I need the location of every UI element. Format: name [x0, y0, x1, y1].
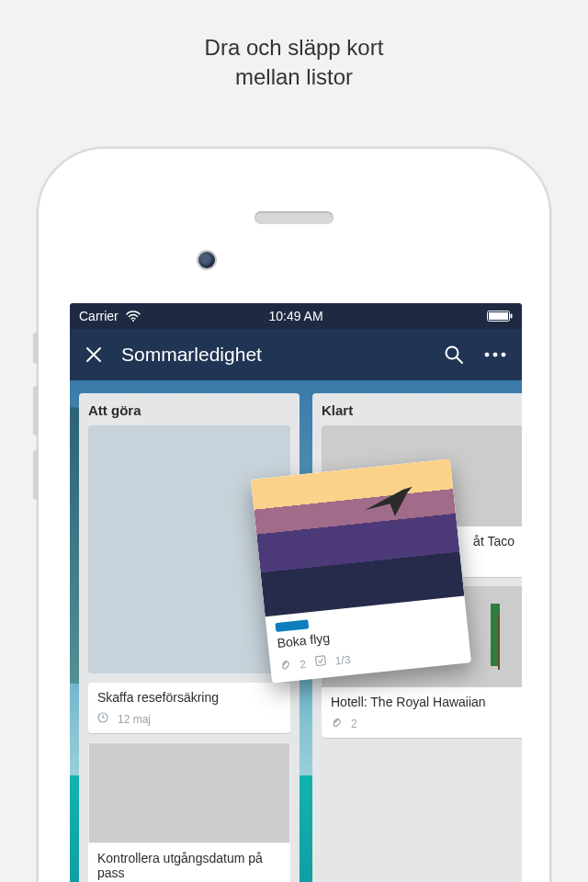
- attachment-icon: [279, 659, 292, 673]
- status-bar: Carrier 10:49 AM: [70, 303, 522, 329]
- airplane-icon: [360, 479, 419, 524]
- clock-icon: [97, 712, 108, 726]
- board-navbar: Sommarledighet: [70, 329, 522, 380]
- card-due-date: 12 maj: [118, 713, 151, 726]
- svg-rect-9: [315, 656, 325, 666]
- attachment-count: 2: [351, 718, 357, 730]
- phone-camera: [198, 252, 215, 268]
- phone-frame: Carrier 10:49 AM Sommarledighet: [37, 147, 551, 882]
- more-icon[interactable]: [481, 344, 509, 366]
- close-icon[interactable]: [83, 344, 105, 366]
- card-title: Kontrollera utgångsdatum på pass: [88, 843, 290, 882]
- dragged-card[interactable]: Boka flyg 2 1/3: [251, 458, 471, 684]
- hero-line-2: mellan listor: [0, 62, 588, 92]
- card-cover-image: [251, 458, 464, 616]
- card-title: Hotell: The Royal Hawaiian: [322, 687, 522, 717]
- checklist-count: 1/3: [334, 652, 351, 667]
- hero-line-1: Dra och släpp kort: [0, 33, 588, 62]
- board-body[interactable]: Att göra Skaffa reseförsäkring 12 maj: [70, 380, 522, 882]
- checklist-icon: [314, 655, 327, 670]
- svg-point-7: [502, 353, 505, 356]
- list-title: Att göra: [88, 402, 290, 418]
- attachment-icon: [331, 717, 342, 730]
- card-title: Skaffa reseförsäkring: [88, 683, 290, 712]
- svg-point-6: [493, 353, 497, 356]
- card-label-chip: [275, 619, 309, 632]
- phone-speaker: [254, 211, 334, 224]
- attachment-count: 2: [300, 657, 307, 671]
- phone-screen: Carrier 10:49 AM Sommarledighet: [70, 303, 522, 882]
- phone-mute-switch: [33, 333, 39, 364]
- phone-volume-up: [33, 386, 39, 435]
- card-pass[interactable]: Kontrollera utgångsdatum på pass: [88, 742, 290, 882]
- phone-volume-down: [33, 450, 39, 500]
- hero-text: Dra och släpp kort mellan listor: [0, 0, 588, 93]
- search-icon[interactable]: [443, 344, 465, 366]
- board-title: Sommarledighet: [121, 344, 426, 366]
- list-title: Klart: [322, 402, 522, 418]
- list-att-gora[interactable]: Att göra Skaffa reseförsäkring 12 maj: [79, 393, 300, 882]
- card-reseforsakring[interactable]: Skaffa reseförsäkring 12 maj: [88, 683, 290, 733]
- card-cover-image: [88, 742, 290, 843]
- svg-point-5: [485, 353, 489, 356]
- status-time: 10:49 AM: [70, 309, 522, 323]
